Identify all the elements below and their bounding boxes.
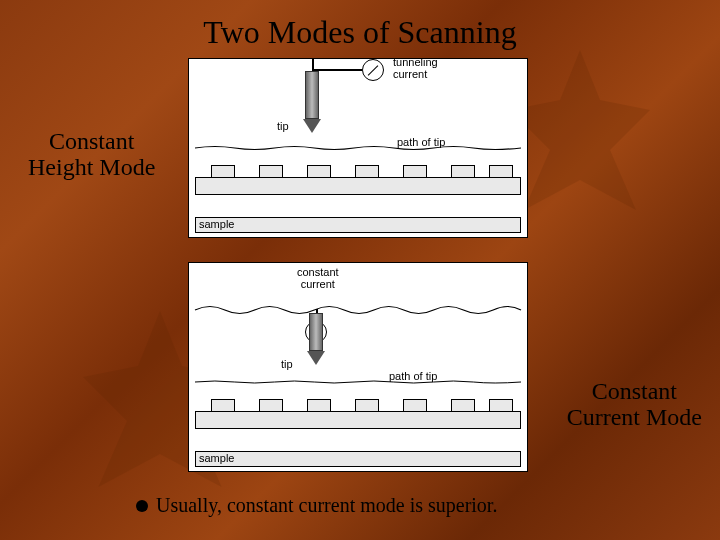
probe-tip-icon xyxy=(303,71,321,133)
meter-label-line: current xyxy=(393,68,427,80)
tip-label: tip xyxy=(281,359,293,371)
mode-label-constant-current: Constant Current Mode xyxy=(567,378,702,431)
mode-label-line: Constant xyxy=(49,128,134,154)
diagram-constant-current: constant current tip path of tip sample xyxy=(188,262,528,472)
mode-label-line: Current Mode xyxy=(567,404,702,430)
sample-label: sample xyxy=(199,452,234,464)
current-meter-icon xyxy=(362,59,384,81)
meter-label-line: constant xyxy=(297,266,339,278)
meter-label: tunneling current xyxy=(393,57,438,80)
mode-label-constant-height: Constant Height Mode xyxy=(28,128,155,181)
bullet-icon xyxy=(136,500,148,512)
meter-label-line: current xyxy=(301,278,335,290)
tip-path-line xyxy=(195,301,521,303)
path-label: path of tip xyxy=(397,137,445,149)
bullet-point: Usually, constant current mode is superi… xyxy=(136,494,497,517)
sample-label: sample xyxy=(199,218,234,230)
mode-label-line: Height Mode xyxy=(28,154,155,180)
probe-tip-icon xyxy=(307,313,325,365)
meter-label-line: tunneling xyxy=(393,56,438,68)
diagram-constant-height: tunneling current tip path of tip sample xyxy=(188,58,528,238)
bullet-text: Usually, constant current mode is superi… xyxy=(156,494,497,517)
meter-label: constant current xyxy=(297,267,339,290)
tip-path-line xyxy=(195,375,521,377)
tip-path-line xyxy=(195,141,521,143)
mode-label-line: Constant xyxy=(592,378,677,404)
tip-label: tip xyxy=(277,121,289,133)
slide-title: Two Modes of Scanning xyxy=(0,14,720,51)
